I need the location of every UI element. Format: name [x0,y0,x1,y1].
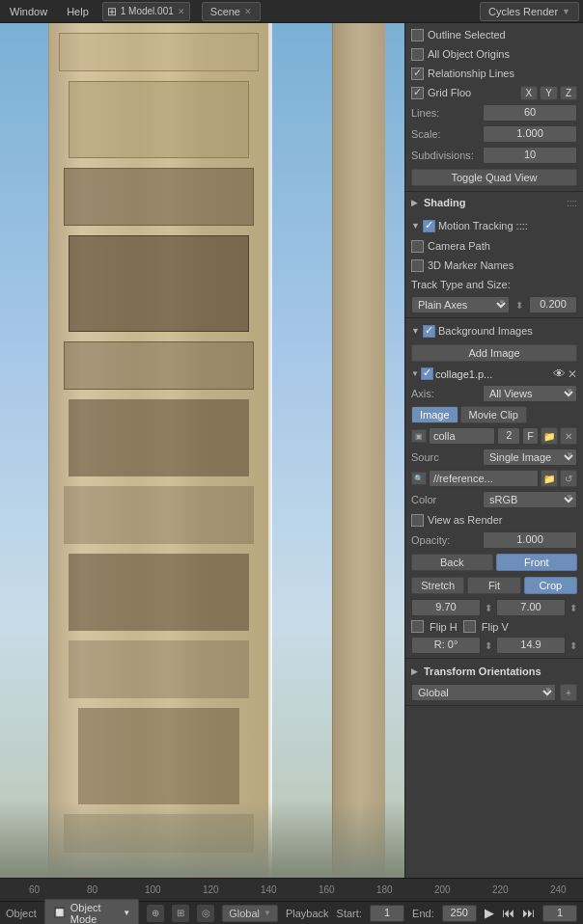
proportional-icon-btn[interactable]: ◎ [197,905,214,922]
render-selector[interactable]: Cycles Render ▼ [480,2,579,21]
motion-tracking-header[interactable]: ▼ Motion Tracking :::: [405,215,583,236]
global-dropdown[interactable]: Global [411,684,556,701]
f-label: F [522,427,539,445]
image-tab[interactable]: Image [411,406,458,423]
xyz-group: X Y Z [520,86,577,100]
movie-clip-tab[interactable]: Movie Clip [460,406,527,423]
global-select-wrapper[interactable]: Global [411,684,556,701]
stretch-button[interactable]: Stretch [411,577,464,594]
color-select-wrapper[interactable]: sRGB [483,491,577,508]
flip-row: Flip H Flip V [405,618,583,635]
add-orientation-icon[interactable]: + [560,684,577,701]
track-type-label: Track Type and Size: [411,279,511,290]
x-value[interactable]: 9.70 [411,599,481,616]
track-type-dropdown[interactable]: Plain Axes [411,296,510,313]
close-icon[interactable]: ✕ [568,367,577,381]
track-type-select[interactable]: Plain Axes [411,296,510,313]
crop-button[interactable]: Crop [524,577,577,594]
start-value[interactable]: 1 [370,905,404,922]
end-value[interactable]: 250 [442,905,477,922]
grid-y-btn[interactable]: Y [540,86,558,100]
filepath-folder-icon[interactable]: 📁 [541,470,558,487]
flip-v-label: Flip V [482,621,509,633]
shading-title: Shading [424,197,465,208]
front-button[interactable]: Front [496,554,578,571]
motion-tracking-section: ▼ Motion Tracking :::: Camera Path 3D Ma… [405,213,583,318]
main-content: Outline Selected All Object Origins Rela… [0,23,583,878]
filepath-display[interactable]: //reference... [429,470,539,487]
object-mode-selector[interactable]: 🔲 Object Mode ▼ [44,899,139,925]
transform-orientations-header[interactable]: ▶ Transform Orientations [405,661,583,682]
prev-frame-button[interactable]: ⏮ [502,906,514,920]
subdivisions-row: Subdivisions: 10 [405,145,583,166]
subdivisions-label: Subdivisions: [411,149,479,161]
chevron-down-icon: ▼ [562,7,570,16]
opacity-row: Opacity: 1.000 [405,530,583,551]
opacity-value[interactable]: 1.000 [483,531,577,549]
timeline-num-100: 100 [145,884,203,895]
axis-dropdown[interactable]: All Views [483,385,577,402]
filepath-refresh-icon[interactable]: ↺ [560,470,577,487]
render-label: Cycles Render [488,6,558,17]
track-number[interactable]: 0.200 [529,296,577,313]
view-as-render-checkbox[interactable] [411,514,424,527]
flip-v-checkbox[interactable] [463,620,476,633]
menu-help[interactable]: Help [61,4,95,19]
snap-icon-btn[interactable]: ⊞ [172,905,189,922]
back-button[interactable]: Back [411,554,493,571]
all-object-origins-label: All Object Origins [428,48,510,60]
add-icon[interactable]: ✕ [560,427,577,445]
shading-section-header[interactable]: ▶ Shading :::: [405,192,583,213]
outline-selected-row: Outline Selected [405,25,583,44]
window-selector[interactable]: ⊞ 1 Model.001 ✕ [102,2,190,21]
collage-name: collage1.p... [435,368,551,380]
folder-icon[interactable]: 📁 [541,427,558,445]
all-object-origins-checkbox[interactable] [411,48,424,61]
global-transform-block[interactable]: Global ▼ [222,905,278,922]
viewport[interactable] [0,23,404,878]
source-dropdown[interactable]: Single Image [483,448,577,466]
opacity-label: Opacity: [411,534,479,546]
outline-selected-checkbox[interactable] [411,29,424,41]
axis-select-wrapper[interactable]: All Views [483,385,577,402]
lines-value[interactable]: 60 [483,104,577,122]
camera-path-checkbox[interactable] [411,240,424,253]
relationship-lines-checkbox[interactable] [411,68,424,80]
rotation-arrows: ⬍ [485,640,492,651]
shading-dots: :::: [567,198,577,208]
bg-images-checkbox[interactable] [423,325,435,338]
next-frame-button[interactable]: ⏭ [522,906,535,920]
scene-label: Scene [210,6,240,17]
motion-tracking-checkbox[interactable] [423,220,435,232]
source-select-wrapper[interactable]: Single Image [483,448,577,466]
filepath-icon: 🔍 [411,472,427,485]
rotation-value[interactable]: R: 0° [411,637,481,654]
transform-icon-btn[interactable]: ⊕ [147,905,164,922]
grid-floo-checkbox[interactable] [411,87,424,99]
play-button[interactable]: ▶ [485,906,494,920]
marker-names-checkbox[interactable] [411,259,424,272]
current-frame[interactable]: 1 [542,905,577,922]
timeline-num-220: 220 [492,884,550,895]
rotation-extra[interactable]: 14.9 [496,637,566,654]
scale-value[interactable]: 1.000 [483,125,577,143]
status-bar: Object 🔲 Object Mode ▼ ⊕ ⊞ ◎ Global ▼ Pl… [0,901,583,924]
bg-images-title: Background Images [438,325,533,337]
collage-checkbox[interactable] [421,367,433,380]
scene-selector[interactable]: Scene ✕ [202,2,261,21]
toggle-quad-view-button[interactable]: Toggle Quad View [411,169,577,186]
fit-button[interactable]: Fit [467,577,520,594]
grid-z-btn[interactable]: Z [560,86,577,100]
add-image-button[interactable]: Add Image [411,344,577,362]
flip-h-checkbox[interactable] [411,620,424,633]
subdivisions-value[interactable]: 10 [483,147,577,164]
eye-icon[interactable]: 👁 [553,367,566,381]
frame-number[interactable]: 2 [497,427,520,445]
menu-window[interactable]: Window [4,4,53,19]
background-images-header[interactable]: ▼ Background Images [405,320,583,341]
grid-x-btn[interactable]: X [520,86,539,100]
y-value[interactable]: 7.00 [496,599,566,616]
object-mode-chevron: ▼ [123,909,130,917]
color-dropdown[interactable]: sRGB [483,491,577,508]
axis-row: Axis: All Views [405,383,583,404]
